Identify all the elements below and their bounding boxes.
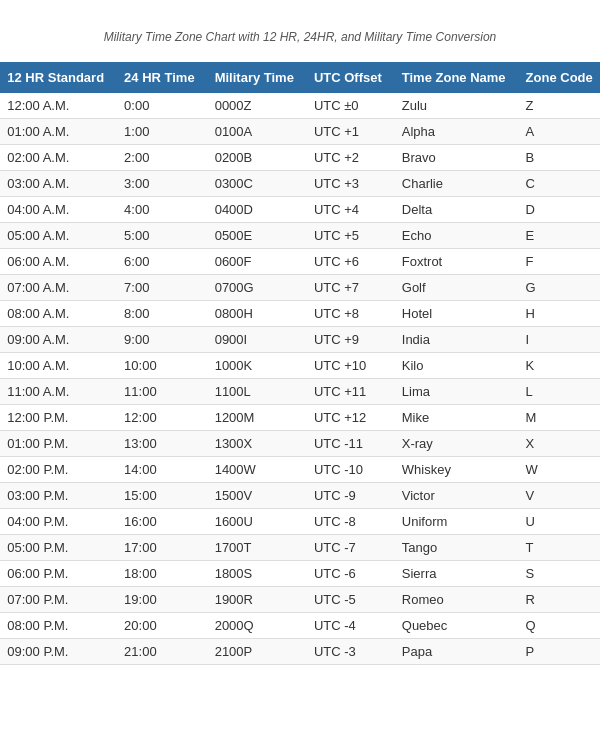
table-cell: K xyxy=(516,353,600,379)
table-cell: C xyxy=(516,171,600,197)
table-cell: Alpha xyxy=(392,119,516,145)
table-cell: 08:00 P.M. xyxy=(0,613,114,639)
table-cell: UTC +8 xyxy=(304,301,392,327)
table-cell: H xyxy=(516,301,600,327)
table-cell: 18:00 xyxy=(114,561,205,587)
table-cell: 20:00 xyxy=(114,613,205,639)
table-cell: 8:00 xyxy=(114,301,205,327)
table-cell: 0300C xyxy=(205,171,304,197)
table-cell: Romeo xyxy=(392,587,516,613)
table-cell: 17:00 xyxy=(114,535,205,561)
table-cell: V xyxy=(516,483,600,509)
table-cell: Uniform xyxy=(392,509,516,535)
table-cell: 1400W xyxy=(205,457,304,483)
table-cell: UTC ±0 xyxy=(304,93,392,119)
table-cell: U xyxy=(516,509,600,535)
table-cell: Whiskey xyxy=(392,457,516,483)
table-cell: 0700G xyxy=(205,275,304,301)
table-cell: 1100L xyxy=(205,379,304,405)
time-zone-table: 12 HR Standard24 HR TimeMilitary TimeUTC… xyxy=(0,62,600,665)
table-cell: UTC +9 xyxy=(304,327,392,353)
table-cell: 12:00 P.M. xyxy=(0,405,114,431)
table-cell: 06:00 A.M. xyxy=(0,249,114,275)
table-row: 08:00 A.M.8:000800HUTC +8HotelH xyxy=(0,301,600,327)
table-cell: 1000K xyxy=(205,353,304,379)
table-cell: 1700T xyxy=(205,535,304,561)
table-cell: UTC +12 xyxy=(304,405,392,431)
table-cell: UTC -9 xyxy=(304,483,392,509)
table-cell: 05:00 P.M. xyxy=(0,535,114,561)
table-cell: X xyxy=(516,431,600,457)
table-cell: UTC -5 xyxy=(304,587,392,613)
table-cell: 4:00 xyxy=(114,197,205,223)
table-cell: 12:00 A.M. xyxy=(0,93,114,119)
table-cell: 12:00 xyxy=(114,405,205,431)
table-cell: UTC -3 xyxy=(304,639,392,665)
table-cell: Charlie xyxy=(392,171,516,197)
table-cell: Victor xyxy=(392,483,516,509)
table-cell: D xyxy=(516,197,600,223)
table-cell: UTC -8 xyxy=(304,509,392,535)
table-cell: Papa xyxy=(392,639,516,665)
table-cell: 0000Z xyxy=(205,93,304,119)
table-cell: I xyxy=(516,327,600,353)
table-cell: 1900R xyxy=(205,587,304,613)
table-cell: 15:00 xyxy=(114,483,205,509)
table-cell: 0600F xyxy=(205,249,304,275)
table-cell: 02:00 P.M. xyxy=(0,457,114,483)
table-cell: UTC +7 xyxy=(304,275,392,301)
table-cell: 11:00 A.M. xyxy=(0,379,114,405)
table-cell: India xyxy=(392,327,516,353)
table-cell: 19:00 xyxy=(114,587,205,613)
table-cell: L xyxy=(516,379,600,405)
table-row: 06:00 A.M.6:000600FUTC +6FoxtrotF xyxy=(0,249,600,275)
table-header-row: 12 HR Standard24 HR TimeMilitary TimeUTC… xyxy=(0,62,600,93)
table-row: 03:00 A.M.3:000300CUTC +3CharlieC xyxy=(0,171,600,197)
table-cell: Mike xyxy=(392,405,516,431)
table-row: 10:00 A.M.10:001000KUTC +10KiloK xyxy=(0,353,600,379)
table-row: 06:00 P.M.18:001800SUTC -6SierraS xyxy=(0,561,600,587)
table-cell: 04:00 P.M. xyxy=(0,509,114,535)
table-cell: 09:00 P.M. xyxy=(0,639,114,665)
table-row: 01:00 P.M.13:001300XUTC -11X-rayX xyxy=(0,431,600,457)
table-row: 02:00 A.M.2:000200BUTC +2BravoB xyxy=(0,145,600,171)
table-cell: Lima xyxy=(392,379,516,405)
table-cell: 14:00 xyxy=(114,457,205,483)
table-cell: Foxtrot xyxy=(392,249,516,275)
table-row: 12:00 P.M.12:001200MUTC +12MikeM xyxy=(0,405,600,431)
table-cell: 07:00 A.M. xyxy=(0,275,114,301)
table-row: 04:00 P.M.16:001600UUTC -8UniformU xyxy=(0,509,600,535)
table-cell: Bravo xyxy=(392,145,516,171)
table-cell: 6:00 xyxy=(114,249,205,275)
table-cell: Golf xyxy=(392,275,516,301)
table-cell: 02:00 A.M. xyxy=(0,145,114,171)
table-cell: 0900I xyxy=(205,327,304,353)
table-cell: 1300X xyxy=(205,431,304,457)
table-cell: 04:00 A.M. xyxy=(0,197,114,223)
table-row: 09:00 A.M.9:000900IUTC +9IndiaI xyxy=(0,327,600,353)
table-row: 07:00 P.M.19:001900RUTC -5RomeoR xyxy=(0,587,600,613)
table-cell: UTC +3 xyxy=(304,171,392,197)
table-row: 01:00 A.M.1:000100AUTC +1AlphaA xyxy=(0,119,600,145)
table-row: 08:00 P.M.20:002000QUTC -4QuebecQ xyxy=(0,613,600,639)
table-cell: Echo xyxy=(392,223,516,249)
table-cell: 11:00 xyxy=(114,379,205,405)
table-cell: G xyxy=(516,275,600,301)
table-cell: Zulu xyxy=(392,93,516,119)
table-cell: UTC +11 xyxy=(304,379,392,405)
table-cell: UTC +5 xyxy=(304,223,392,249)
column-header: Zone Code xyxy=(516,62,600,93)
table-cell: A xyxy=(516,119,600,145)
table-row: 03:00 P.M.15:001500VUTC -9VictorV xyxy=(0,483,600,509)
table-row: 05:00 P.M.17:001700TUTC -7TangoT xyxy=(0,535,600,561)
table-cell: 03:00 P.M. xyxy=(0,483,114,509)
table-cell: X-ray xyxy=(392,431,516,457)
table-cell: UTC +4 xyxy=(304,197,392,223)
table-cell: 16:00 xyxy=(114,509,205,535)
table-cell: 1500V xyxy=(205,483,304,509)
table-cell: Q xyxy=(516,613,600,639)
table-cell: UTC -4 xyxy=(304,613,392,639)
page-subtitle: Military Time Zone Chart with 12 HR, 24H… xyxy=(104,30,497,44)
table-cell: T xyxy=(516,535,600,561)
table-cell: UTC +2 xyxy=(304,145,392,171)
